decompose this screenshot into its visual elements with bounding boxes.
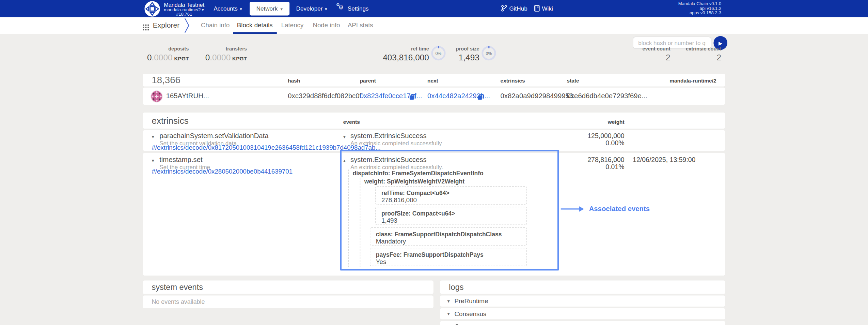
block-author-identicon[interactable]: [151, 90, 163, 102]
menu-settings[interactable]: ⚙⚙ Settings: [336, 0, 368, 17]
log-row-preruntime[interactable]: ▾ PreRuntime: [440, 295, 725, 307]
block-timestamp: 12/06/2025, 13:59:00: [633, 156, 695, 164]
tab-latency[interactable]: Latency: [277, 17, 307, 34]
stat-ref-time: ref time 403,816,000: [354, 45, 429, 62]
best-block-number: #18,761: [164, 12, 204, 17]
block-hash-value: 0xc329d88f6dcf082bc0f...: [288, 88, 367, 105]
annotation-label: Associated events: [589, 205, 650, 213]
column-header-extrinsics: extrinsics: [501, 78, 525, 84]
extrinsic-call: timestamp.set: [159, 156, 202, 164]
explorer-tabbar: Explorer Chain info Block details Latenc…: [0, 17, 868, 34]
expand-toggle-icon[interactable]: ▾: [343, 134, 346, 139]
expand-toggle-icon[interactable]: ▾: [152, 158, 154, 163]
proof-size-progress-donut: 0%: [482, 46, 496, 60]
event-description: An extrinsic completed successfully.: [350, 163, 443, 170]
stat-deposits: deposits 0.0000KPGT: [143, 45, 189, 64]
event-name: system.ExtrinsicSuccess: [350, 156, 427, 164]
weight-column-header: weight: [608, 119, 625, 125]
system-events-panel-header: system events: [143, 281, 433, 294]
column-header-state: state: [567, 78, 579, 84]
chain-name: Mandala Testnet: [164, 1, 204, 8]
tab-node-info[interactable]: Node info: [309, 17, 344, 34]
polkadot-apps-block-details: Mandala Testnet mandala-runtime/2▾ #18,7…: [0, 0, 868, 325]
tab-block-details[interactable]: Block details: [233, 17, 277, 34]
proof-size-box: proofSize: Compact<u64> 1,493: [375, 207, 527, 225]
stat-proof-size: proof size 1,493: [446, 45, 479, 62]
extrinsic-decode-link[interactable]: #/extrinsics/decode/0x8172050100310419e2…: [152, 144, 381, 151]
tab-api-stats[interactable]: API stats: [344, 17, 377, 34]
extrinsic-row-1: ▾ parachainSystem.setValidationData Set …: [143, 130, 725, 151]
system-events-empty-row: No events available: [143, 295, 433, 308]
extrinsic-decode-link[interactable]: #/extrinsics/decode/0x280502000be0b44163…: [152, 168, 293, 175]
event-description: An extrinsic completed successfully: [350, 139, 442, 146]
block-table-header: 18,366 hash parent next extrinsics state…: [143, 74, 725, 86]
copy-icon[interactable]: [409, 92, 416, 99]
dispatch-info-line: dispatchInfo: FrameSystemDispatchEventIn…: [353, 169, 484, 176]
weight-percent: 0.01%: [605, 163, 624, 171]
extrinsic-row-2: ▾ timestamp.set Set the current time #/e…: [143, 153, 725, 276]
chain-logo: [144, 1, 160, 17]
column-header-parent: parent: [360, 78, 376, 84]
collapse-toggle-icon[interactable]: ▴: [343, 158, 346, 163]
column-header-next: next: [427, 78, 438, 84]
tab-chain-info[interactable]: Chain info: [197, 17, 234, 34]
chevron-down-icon: ▾: [325, 7, 327, 12]
stat-extrinsic-count: extrinsic count 2: [673, 45, 721, 62]
block-table-row: 165AYtRUH... 0xc329d88f6dcf082bc0f... 0x…: [143, 88, 725, 105]
chevron-down-icon: ▾: [280, 7, 283, 12]
extrinsics-title: extrinsics: [152, 116, 188, 126]
chevron-separator-icon: [184, 18, 191, 35]
no-events-message: No events available: [152, 295, 205, 308]
extrinsic-call: parachainSystem.setValidationData: [159, 132, 268, 140]
logs-panel-header: logs: [440, 281, 725, 294]
column-header-runtime: mandala-runtime/2: [669, 78, 716, 84]
screenshot-stage: Mandala Testnet mandala-runtime/2▾ #18,7…: [0, 0, 868, 325]
pays-fee-box: paysFee: FrameSupportDispatchPays Yes: [370, 248, 527, 266]
weight-value: 278,816,000: [587, 156, 624, 164]
stat-event-count: event count 2: [626, 45, 670, 62]
state-root-value: 0xe6d6db4e0e7293f69e...: [567, 88, 647, 105]
expand-toggle-icon[interactable]: ▾: [447, 298, 449, 304]
expand-toggle-icon[interactable]: ▾: [447, 324, 449, 325]
wiki-link[interactable]: Wiki: [534, 0, 553, 17]
menu-developer[interactable]: Developer▾: [296, 0, 327, 17]
system-events-title: system events: [152, 281, 203, 294]
log-row-consensus-1[interactable]: ▾ Consensus: [440, 308, 725, 320]
menu-network[interactable]: Network▾: [250, 2, 289, 16]
menu-accounts[interactable]: Accounts▾: [214, 0, 242, 17]
dispatch-class-box: class: FrameSupportDispatchDispatchClass…: [370, 227, 527, 246]
expand-toggle-icon[interactable]: ▾: [447, 311, 449, 316]
extrinsics-panel-header: extrinsics events weight: [143, 113, 725, 129]
book-icon: [534, 5, 540, 12]
chevron-down-icon: ▾: [202, 8, 204, 11]
tree-guide-line: [348, 169, 349, 267]
settings-gears-icon: ⚙⚙: [336, 4, 344, 12]
github-link[interactable]: GitHub: [501, 0, 527, 17]
top-menubar: Mandala Testnet mandala-runtime/2▾ #18,7…: [0, 0, 868, 17]
weight-type-line: weight: SpWeightsWeightV2Weight: [364, 178, 464, 185]
ref-time-progress-donut: 0%: [431, 46, 445, 60]
git-branch-icon: [501, 5, 507, 12]
section-title-explorer: Explorer: [153, 17, 180, 34]
chevron-down-icon: ▾: [240, 7, 242, 12]
logs-title: logs: [449, 281, 463, 294]
event-name: system.ExtrinsicSuccess: [350, 132, 427, 140]
block-author-address[interactable]: 165AYtRUH...: [166, 88, 209, 105]
version-apps: apps v0.158.2-3: [678, 11, 722, 16]
weight-percent: 0.00%: [605, 139, 624, 147]
events-column-header: events: [343, 119, 360, 125]
ref-time-box: refTime: Compact<u64> 278,816,000: [375, 186, 527, 205]
stat-transfers: transfers 0.0000KPGT: [188, 45, 247, 64]
copy-icon[interactable]: [477, 92, 484, 99]
chain-selector[interactable]: Mandala Testnet mandala-runtime/2▾ #18,7…: [164, 1, 204, 17]
play-icon: ▶: [719, 40, 722, 46]
block-number: 18,366: [152, 74, 180, 86]
apps-grid-icon: [143, 23, 149, 32]
log-row-consensus-2[interactable]: ▾ Consensus: [440, 321, 725, 325]
column-header-hash: hash: [288, 78, 300, 84]
version-chain: Mandala Chain v0.1.0: [678, 2, 722, 6]
expand-toggle-icon[interactable]: ▾: [152, 134, 154, 139]
annotation-arrowhead-icon: [579, 206, 584, 211]
tree-guide-line: [360, 178, 361, 267]
annotation-arrow: [561, 208, 580, 209]
